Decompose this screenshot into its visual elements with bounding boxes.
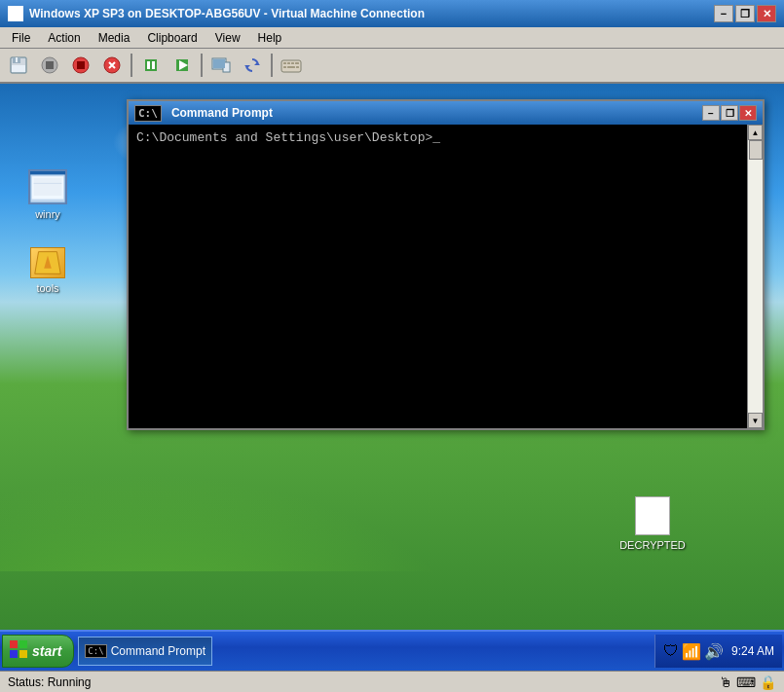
- restore-button[interactable]: ❐: [735, 5, 755, 22]
- play-button[interactable]: [168, 52, 197, 79]
- tray-volume-icon[interactable]: 🔊: [704, 642, 724, 661]
- svg-rect-3: [16, 57, 18, 62]
- status-bar: Status: Running 🖱 ⌨ 🔒: [0, 671, 784, 692]
- pause-button[interactable]: [136, 52, 166, 79]
- svg-rect-35: [19, 640, 27, 648]
- decrypted-icon-image: [635, 496, 670, 535]
- svg-rect-30: [34, 178, 62, 196]
- svg-rect-7: [77, 61, 85, 69]
- menu-action[interactable]: Action: [40, 29, 88, 47]
- scroll-thumb[interactable]: [749, 140, 763, 160]
- screenshot-button[interactable]: [206, 52, 236, 79]
- desktop: winry tools: [0, 84, 784, 630]
- svg-marker-17: [254, 62, 260, 65]
- tools-label: tools: [34, 281, 60, 295]
- cmd-restore-button[interactable]: ❐: [721, 105, 738, 121]
- cmd-icon: C:\: [134, 105, 162, 122]
- tray-time: 9:24 AM: [731, 644, 774, 658]
- start-button[interactable]: start: [2, 635, 74, 668]
- svg-rect-37: [19, 650, 27, 658]
- vm-icon: 🖥: [8, 6, 23, 21]
- svg-rect-23: [295, 62, 299, 64]
- cmd-terminal[interactable]: C:\Documents and Settings\user\Desktop>_: [129, 125, 747, 428]
- svg-rect-28: [30, 171, 65, 175]
- scroll-up-arrow[interactable]: ▲: [748, 125, 763, 140]
- cmd-window: C:\ Command Prompt − ❐ ✕ C:\Documents an…: [127, 99, 765, 430]
- toolbar: [0, 49, 784, 84]
- svg-rect-16: [213, 59, 225, 68]
- svg-rect-34: [10, 640, 18, 648]
- svg-rect-9: [145, 59, 157, 71]
- menu-help[interactable]: Help: [250, 29, 290, 47]
- winry-label: winry: [33, 207, 62, 221]
- svg-rect-11: [152, 61, 155, 69]
- title-text: Windows XP SP3 on DESKTOP-ABG56UV - Virt…: [29, 7, 708, 20]
- svg-rect-25: [287, 66, 295, 68]
- svg-rect-5: [46, 61, 54, 69]
- menu-media[interactable]: Media: [91, 29, 138, 47]
- svg-marker-18: [244, 65, 250, 68]
- icon-winry[interactable]: winry: [14, 169, 82, 221]
- cmd-titlebar: C:\ Command Prompt − ❐ ✕: [129, 101, 763, 125]
- title-bar: 🖥 Windows XP SP3 on DESKTOP-ABG56UV - Vi…: [0, 0, 784, 27]
- status-indicators: 🖱 ⌨ 🔒: [719, 674, 776, 690]
- cmd-title-text: Command Prompt: [171, 106, 698, 120]
- separator-1: [131, 54, 132, 77]
- tray-icons: 🛡 📶 🔊: [663, 642, 724, 661]
- icon-decrypted[interactable]: DECRYPTED: [618, 496, 687, 552]
- taskbar-tray: 🛡 📶 🔊 9:24 AM: [654, 635, 782, 668]
- refresh-button[interactable]: [238, 52, 267, 79]
- menu-clipboard[interactable]: Clipboard: [139, 29, 205, 47]
- reset-button[interactable]: [97, 52, 127, 79]
- scroll-track: [748, 140, 763, 413]
- floppy-button[interactable]: [4, 52, 33, 79]
- stop-grey-button[interactable]: [35, 52, 64, 79]
- icon-tools[interactable]: tools: [14, 247, 82, 295]
- cmd-minimize-button[interactable]: −: [702, 105, 720, 121]
- svg-rect-20: [283, 62, 286, 64]
- vm-window: 🖥 Windows XP SP3 on DESKTOP-ABG56UV - Vi…: [0, 0, 784, 692]
- cmd-scrollbar[interactable]: ▲ ▼: [747, 125, 763, 428]
- taskbar-task-icon: C:\: [85, 644, 106, 658]
- taskbar-task-cmd[interactable]: C:\ Command Prompt: [78, 637, 212, 666]
- svg-rect-21: [287, 62, 290, 64]
- decrypted-label: DECRYPTED: [617, 538, 688, 552]
- svg-rect-26: [296, 66, 299, 68]
- status-text: Status: Running: [8, 675, 719, 689]
- svg-rect-10: [147, 61, 150, 69]
- svg-rect-22: [291, 62, 294, 64]
- start-label: start: [32, 643, 61, 659]
- svg-rect-36: [10, 650, 18, 658]
- tools-icon-image: [30, 247, 65, 278]
- tray-network-icon[interactable]: 📶: [682, 642, 701, 661]
- svg-rect-24: [283, 66, 286, 68]
- cmd-close-button[interactable]: ✕: [739, 105, 757, 121]
- stop-red-button[interactable]: [66, 52, 95, 79]
- taskbar: start C:\ Command Prompt 🛡 📶 🔊 9:24 AM: [0, 630, 784, 671]
- cmd-controls: − ❐ ✕: [702, 105, 757, 121]
- scroll-down-arrow[interactable]: ▼: [748, 413, 763, 428]
- minimize-button[interactable]: −: [714, 5, 733, 22]
- winry-icon-image: [28, 169, 67, 204]
- svg-rect-2: [12, 65, 25, 72]
- cmd-content-area: C:\Documents and Settings\user\Desktop>_…: [129, 125, 763, 428]
- title-controls: − ❐ ✕: [714, 5, 776, 22]
- lock-indicator: 🔒: [760, 674, 776, 690]
- tray-shield-icon[interactable]: 🛡: [663, 642, 679, 660]
- menu-view[interactable]: View: [207, 29, 248, 47]
- windows-logo: [9, 639, 28, 664]
- close-button[interactable]: ✕: [757, 5, 776, 22]
- menu-file[interactable]: File: [4, 29, 38, 47]
- menu-bar: File Action Media Clipboard View Help: [0, 27, 784, 49]
- separator-2: [201, 54, 203, 77]
- keyboard-button[interactable]: [277, 52, 306, 79]
- mouse-indicator: 🖱: [719, 674, 732, 690]
- keyboard-indicator: ⌨: [736, 674, 756, 690]
- taskbar-task-label: Command Prompt: [111, 644, 205, 658]
- separator-3: [271, 54, 273, 77]
- taskbar-tasks: C:\ Command Prompt: [78, 637, 654, 666]
